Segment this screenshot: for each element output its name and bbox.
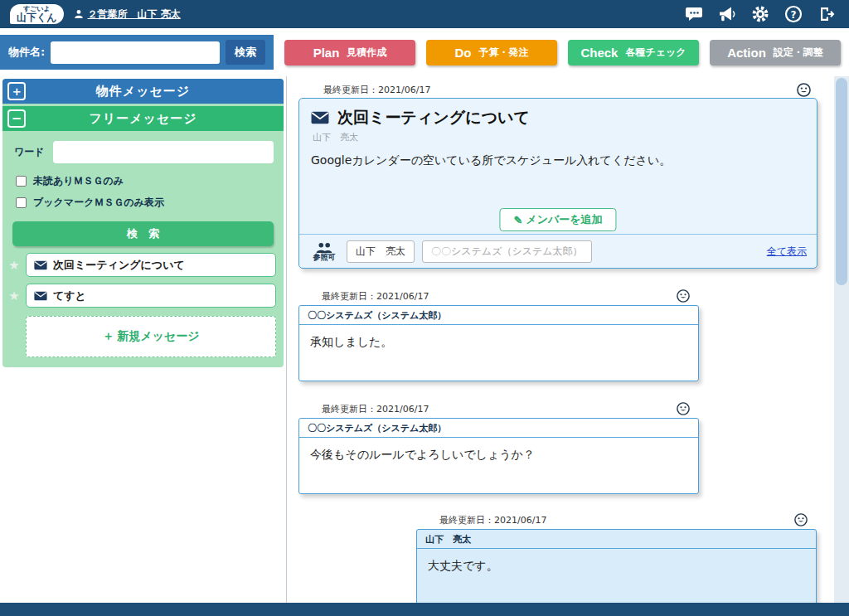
user-icon <box>74 9 84 19</box>
action-label: 設定・調整 <box>774 46 823 60</box>
property-name-input[interactable] <box>51 41 220 64</box>
bookmark-star-icon[interactable]: ★ <box>7 258 22 273</box>
toolbar: 物件名: 検索 Plan 見積作成 Do 予算・発注 Check 各種チェック … <box>0 28 849 76</box>
last-updated-date: 最終更新日：2021/06/17 <box>323 84 430 96</box>
do-button[interactable]: Do 予算・発注 <box>426 40 557 65</box>
scrollbar-thumb[interactable] <box>836 78 847 285</box>
top-bar: すごいよ 山下くん ２営業所 山下 亮太 ? <box>0 0 849 28</box>
envelope-icon <box>34 260 47 270</box>
participant-chip: 山下 亮太 <box>347 240 415 263</box>
unread-only-checkbox[interactable] <box>16 176 27 187</box>
free-message-title: フリーメッセージ <box>2 111 284 127</box>
add-member-button[interactable]: ✎ メンバーを追加 <box>499 208 616 231</box>
envelope-icon <box>311 111 329 124</box>
sidebar-message-item[interactable]: 次回ミーティングについて <box>26 253 276 277</box>
message-filter-panel: ＋ 物件メッセージ − フリーメッセージ ワード 未読ありＭＳＧのみ <box>2 79 284 367</box>
reply-sender: 山下 亮太 <box>417 530 816 549</box>
logout-icon[interactable] <box>817 5 836 23</box>
help-icon[interactable]: ? <box>784 5 803 23</box>
envelope-icon <box>34 291 47 301</box>
keyword-input[interactable] <box>53 141 274 163</box>
sidebar-search-button[interactable]: 検 索 <box>12 221 274 246</box>
bookmark-star-icon[interactable]: ★ <box>7 289 22 303</box>
bookmark-only-checkbox-row[interactable]: ブックマークＭＳＧのみ表示 <box>2 190 284 211</box>
reply-sender: 〇〇システムズ（システム太郎） <box>299 419 698 438</box>
bookmark-only-label: ブックマークＭＳＧのみ表示 <box>33 196 164 210</box>
sidebar-message-title: 次回ミーティングについて <box>53 258 185 273</box>
sidebar-message-title: てすと <box>53 289 86 303</box>
root-message-body: Googleカレンダーの空いている所でスケジュール入れてください。 <box>311 153 805 168</box>
reply-card: 山下 亮太 大丈夫です。 <box>416 529 817 603</box>
expand-icon[interactable]: ＋ <box>7 82 26 100</box>
plan-button[interactable]: Plan 見積作成 <box>284 40 415 65</box>
keyword-row: ワード <box>2 131 284 168</box>
root-message-meta: 最終更新日：2021/06/17 <box>323 83 811 97</box>
app-logo: すごいよ 山下くん <box>10 4 64 24</box>
check-button[interactable]: Check 各種チェック <box>568 40 699 65</box>
reply-body: 承知しました。 <box>299 325 698 360</box>
root-title-row: 次回ミーティングについて <box>311 107 805 129</box>
property-message-title: 物件メッセージ <box>2 84 284 99</box>
current-user-link[interactable]: ２営業所 山下 亮太 <box>74 7 181 22</box>
property-message-section-header[interactable]: ＋ 物件メッセージ <box>2 79 284 104</box>
settings-gear-icon[interactable] <box>751 5 769 23</box>
content-area: ＋ 物件メッセージ − フリーメッセージ ワード 未読ありＭＳＧのみ <box>0 76 849 603</box>
reply-card: 〇〇システムズ（システム太郎） 今後もそのルールでよろしいでしょうか？ <box>298 418 699 494</box>
participant-chip: 〇〇システムズ（システム太郎） <box>422 240 592 263</box>
root-message-footer: 参照可 山下 亮太 〇〇システムズ（システム太郎） 全て表示 <box>299 234 817 268</box>
bottom-scrollbar[interactable] <box>0 603 849 616</box>
reply-card: 〇〇システムズ（システム太郎） 承知しました。 <box>298 305 699 381</box>
viewers-block: 参照可 <box>309 242 339 261</box>
free-message-section-header[interactable]: − フリーメッセージ <box>2 106 284 131</box>
reply-block: 最終更新日：2021/06/17 〇〇システムズ（システム太郎） 今後もそのルー… <box>298 403 699 494</box>
announcement-megaphone-icon[interactable] <box>718 5 736 23</box>
new-message-button[interactable]: ＋ 新規メッセージ <box>26 316 276 357</box>
property-search-button[interactable]: 検索 <box>226 40 265 65</box>
message-thread: 最終更新日：2021/06/17 次回ミーティングについて 山下 亮太 Goog… <box>286 76 834 603</box>
user-face-icon <box>794 513 808 527</box>
current-user-label: ２営業所 山下 亮太 <box>88 7 181 22</box>
property-name-label: 物件名: <box>8 45 45 60</box>
reply-block: 最終更新日：2021/06/17 山下 亮太 大丈夫です。 <box>416 514 817 603</box>
app-window: すごいよ 山下くん ２営業所 山下 亮太 ? <box>0 0 849 616</box>
unread-only-checkbox-row[interactable]: 未読ありＭＳＧのみ <box>2 168 284 190</box>
user-face-icon <box>677 289 691 303</box>
do-tag: Do <box>455 46 472 60</box>
add-member-label: メンバーを追加 <box>526 212 602 227</box>
check-tag: Check <box>580 46 618 60</box>
top-icon-group: ? <box>685 5 839 23</box>
sidebar-message-item[interactable]: てすと <box>26 284 276 308</box>
reply-meta: 最終更新日：2021/06/17 <box>298 403 699 415</box>
last-updated-date: 最終更新日：2021/06/17 <box>322 290 429 303</box>
pdca-button-group: Plan 見積作成 Do 予算・発注 Check 各種チェック Action 設… <box>284 40 849 65</box>
user-face-icon <box>797 83 811 97</box>
list-item: ★ てすと <box>7 284 276 308</box>
vertical-scrollbar[interactable] <box>834 76 849 603</box>
root-message-card: 次回ミーティングについて 山下 亮太 Googleカレンダーの空いている所でスケ… <box>298 98 817 269</box>
pencil-icon: ✎ <box>513 214 522 226</box>
plan-tag: Plan <box>313 46 340 60</box>
collapse-icon[interactable]: − <box>7 109 26 128</box>
root-message-title: 次回ミーティングについて <box>337 107 530 129</box>
reply-body: 今後もそのルールでよろしいでしょうか？ <box>299 438 698 473</box>
user-face-icon <box>677 402 691 416</box>
action-button[interactable]: Action 設定・調整 <box>710 40 841 65</box>
action-tag: Action <box>727 46 766 60</box>
people-icon <box>315 242 333 253</box>
list-item: ★ 次回ミーティングについて <box>7 253 276 277</box>
reply-meta: 最終更新日：2021/06/17 <box>298 290 699 303</box>
bookmark-only-checkbox[interactable] <box>16 197 27 208</box>
last-updated-date: 最終更新日：2021/06/17 <box>322 403 429 415</box>
check-label: 各種チェック <box>625 46 686 60</box>
logo-text-bottom: 山下くん <box>17 12 57 22</box>
sidebar: ＋ 物件メッセージ − フリーメッセージ ワード 未読ありＭＳＧのみ <box>0 76 286 603</box>
reply-sender: 〇〇システムズ（システム太郎） <box>299 306 698 325</box>
show-all-link[interactable]: 全て表示 <box>767 245 807 259</box>
keyword-label: ワード <box>14 145 45 159</box>
reply-meta: 最終更新日：2021/06/17 <box>416 514 817 526</box>
unread-only-label: 未読ありＭＳＧのみ <box>33 174 124 188</box>
last-updated-date: 最終更新日：2021/06/17 <box>439 514 546 526</box>
chat-icon[interactable] <box>685 5 703 23</box>
reply-block: 最終更新日：2021/06/17 〇〇システムズ（システム太郎） 承知しました。 <box>298 290 699 381</box>
property-search-panel: 物件名: 検索 <box>0 35 274 70</box>
